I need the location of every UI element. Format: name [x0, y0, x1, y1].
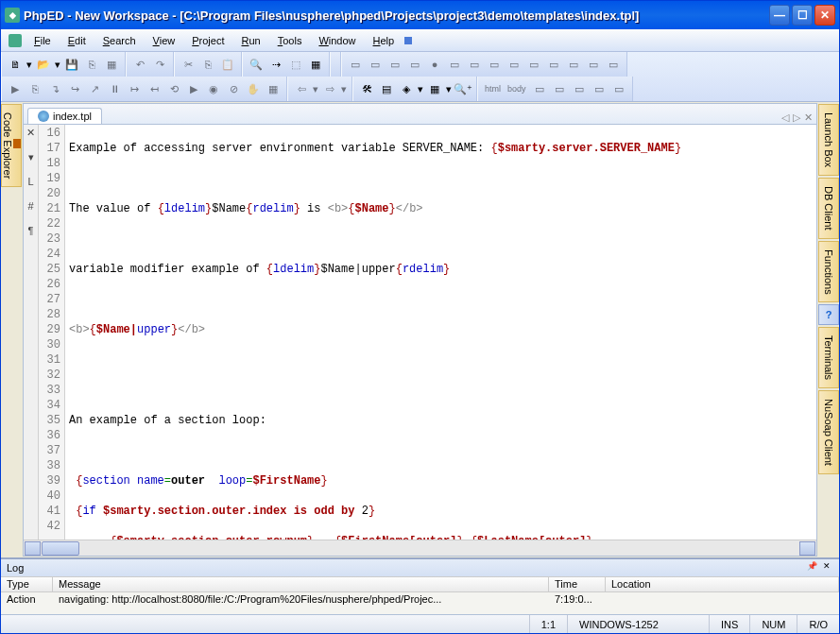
menu-overflow[interactable] — [404, 37, 412, 44]
tb-btn[interactable]: ● — [425, 55, 444, 74]
menu-file[interactable]: File — [26, 33, 60, 48]
tb-btn[interactable]: ▦ — [306, 55, 325, 74]
tb-btn[interactable]: ↤ — [145, 79, 163, 98]
tb-btn[interactable]: ⟲ — [164, 79, 183, 98]
tb-btn[interactable]: ↴ — [45, 79, 64, 98]
sidebar-functions[interactable]: Functions — [818, 241, 839, 303]
sidebar-db-client[interactable]: DB Client — [818, 178, 839, 238]
file-tab[interactable]: index.tpl — [27, 108, 102, 124]
tb-btn[interactable]: ▭ — [405, 55, 424, 74]
close-button[interactable]: ✕ — [814, 5, 835, 26]
marker-hash[interactable]: # — [26, 200, 37, 212]
log-row[interactable]: Action navigating: http://localhost:8080… — [1, 592, 839, 606]
marker-close[interactable]: ✕ — [26, 127, 37, 138]
menu-search[interactable]: Search — [94, 33, 145, 48]
tb-dropdown[interactable]: ▾ — [445, 79, 453, 98]
menu-run[interactable]: Run — [233, 33, 269, 48]
tab-next-button[interactable]: ▷ — [793, 111, 800, 124]
log-col-message[interactable]: Message — [53, 577, 549, 591]
log-close-button[interactable]: ✕ — [820, 561, 833, 574]
paste-button[interactable]: 📋 — [218, 55, 237, 74]
project-button[interactable]: ▦ — [102, 55, 121, 74]
tb-btn[interactable]: ▭ — [366, 55, 385, 74]
minimize-button[interactable]: — — [769, 5, 790, 26]
tb-btn[interactable]: ↦ — [125, 79, 144, 98]
sidebar-help[interactable]: ? — [818, 304, 839, 325]
tb-btn[interactable]: ⎘ — [26, 79, 44, 98]
nav-fwd-button[interactable]: ⇨ — [320, 79, 339, 98]
tb-btn[interactable]: 🔍⁺ — [454, 79, 472, 98]
tb-btn[interactable]: ▭ — [584, 55, 603, 74]
menu-window[interactable]: Window — [310, 33, 364, 48]
marker-dropdown[interactable]: ▾ — [26, 151, 37, 163]
menu-view[interactable]: View — [145, 33, 184, 48]
tb-btn[interactable]: ▭ — [550, 79, 569, 98]
tb-btn[interactable]: ▭ — [346, 55, 365, 74]
run-button[interactable]: ▶ — [6, 79, 25, 98]
new-dropdown[interactable]: ▾ — [26, 55, 33, 74]
sidebar-code-explorer[interactable]: Code Explorer — [1, 104, 22, 187]
tb-btn[interactable]: ▭ — [564, 55, 583, 74]
nav-back-dropdown[interactable]: ▾ — [312, 79, 319, 98]
tb-btn[interactable]: ▭ — [485, 55, 504, 74]
tb-btn[interactable]: ▭ — [530, 79, 549, 98]
menu-help[interactable]: Help — [365, 33, 403, 48]
scroll-right-button[interactable] — [799, 541, 815, 556]
menu-project[interactable]: Project — [183, 33, 232, 48]
tb-btn[interactable]: ▭ — [609, 79, 628, 98]
pause-button[interactable]: ⏸ — [105, 79, 124, 98]
log-col-time[interactable]: Time — [549, 577, 606, 591]
horizontal-scrollbar[interactable] — [24, 540, 816, 556]
tb-btn[interactable]: ▭ — [590, 79, 609, 98]
redo-button[interactable]: ↷ — [150, 55, 169, 74]
replace-button[interactable]: ⬚ — [286, 55, 305, 74]
tb-btn[interactable]: ▤ — [377, 79, 396, 98]
tb-btn[interactable]: ◈ — [397, 79, 416, 98]
log-pin-button[interactable]: 📌 — [805, 561, 818, 574]
undo-button[interactable]: ↶ — [130, 55, 149, 74]
tb-btn[interactable]: ▭ — [524, 55, 543, 74]
save-button[interactable]: 💾 — [62, 55, 81, 74]
tb-btn[interactable]: ▦ — [425, 79, 444, 98]
scroll-thumb[interactable] — [42, 541, 79, 556]
tag-body-button[interactable]: body — [505, 79, 529, 98]
sidebar-launch-box[interactable]: Launch Box — [818, 104, 839, 176]
tb-btn[interactable]: ▦ — [264, 79, 283, 98]
tb-btn[interactable]: ▭ — [445, 55, 464, 74]
new-button[interactable]: 🗎 — [6, 55, 25, 74]
log-col-location[interactable]: Location — [606, 577, 839, 591]
tb-btn[interactable]: ▭ — [465, 55, 484, 74]
tab-close-button[interactable]: ✕ — [804, 111, 813, 124]
tb-btn[interactable]: ▶ — [184, 79, 203, 98]
tb-btn[interactable]: ▭ — [386, 55, 404, 74]
menu-edit[interactable]: Edit — [60, 33, 94, 48]
marker-pilcrow[interactable]: ¶ — [26, 225, 37, 236]
nav-fwd-dropdown[interactable]: ▾ — [340, 79, 348, 98]
marker-l[interactable]: L — [26, 176, 37, 187]
find-next-button[interactable]: ⇢ — [266, 55, 285, 74]
open-button[interactable]: 📂 — [34, 55, 53, 74]
find-button[interactable]: 🔍 — [247, 55, 266, 74]
save-all-button[interactable]: ⎘ — [82, 55, 101, 74]
tb-btn[interactable]: ▭ — [544, 55, 563, 74]
tag-html-button[interactable]: html — [482, 79, 504, 98]
open-dropdown[interactable]: ▾ — [54, 55, 61, 74]
scroll-left-button[interactable] — [25, 541, 41, 556]
stop-button[interactable]: ⊘ — [224, 79, 243, 98]
log-col-type[interactable]: Type — [1, 577, 53, 591]
tb-btn[interactable]: ↗ — [85, 79, 104, 98]
nav-back-button[interactable]: ⇦ — [292, 79, 311, 98]
tb-btn[interactable]: ▭ — [505, 55, 523, 74]
code-editor[interactable]: Example of accessing server environment … — [65, 125, 816, 540]
tb-btn[interactable]: ▭ — [604, 55, 623, 74]
tb-btn[interactable]: ◉ — [204, 79, 223, 98]
sidebar-terminals[interactable]: Terminals — [818, 327, 839, 388]
maximize-button[interactable]: ☐ — [792, 5, 813, 26]
menu-tools[interactable]: Tools — [269, 33, 311, 48]
cut-button[interactable]: ✂ — [179, 55, 197, 74]
tb-btn[interactable]: ✋ — [244, 79, 263, 98]
tab-prev-button[interactable]: ◁ — [781, 111, 789, 124]
tb-btn[interactable]: ▭ — [570, 79, 589, 98]
tools-button[interactable]: 🛠 — [357, 79, 376, 98]
sidebar-nusoap-client[interactable]: NuSoap Client — [818, 390, 839, 474]
